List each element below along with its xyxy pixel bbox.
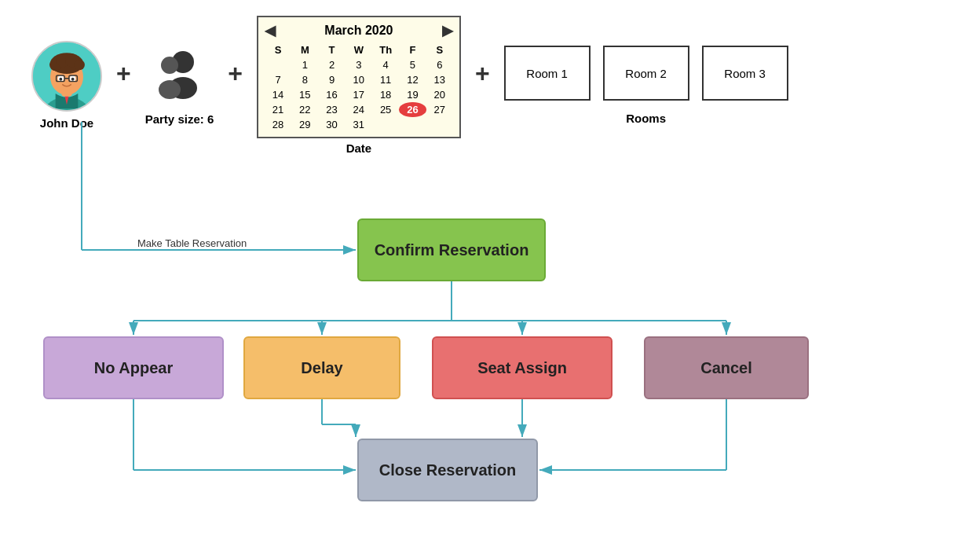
party-block: Party size: 6 xyxy=(145,45,214,126)
room-box[interactable]: Room 3 xyxy=(702,46,788,101)
plus-icon-1: + xyxy=(116,59,131,88)
cal-grid: SMTWThFS 1234567891011121314151617181920… xyxy=(265,42,453,132)
rooms-row: Room 1Room 2Room 3 xyxy=(504,46,788,101)
svg-point-8 xyxy=(75,60,85,70)
rooms-block: Room 1Room 2Room 3 Rooms xyxy=(504,46,788,125)
calendar-block: ◀ March 2020 ▶ SMTWThFS 1234567891011121… xyxy=(257,16,461,155)
plus-icon-3: + xyxy=(475,59,490,88)
cal-header: ◀ March 2020 ▶ xyxy=(265,22,453,39)
svg-point-11 xyxy=(59,78,62,81)
cal-label: Date xyxy=(346,141,372,155)
cal-prev-arrow[interactable]: ◀ xyxy=(265,22,276,39)
delay-label: Delay xyxy=(301,359,342,377)
confirm-reservation-label: Confirm Reservation xyxy=(375,241,529,259)
top-row: John Doe + Party size: 6 + xyxy=(31,16,788,155)
room-box[interactable]: Room 1 xyxy=(504,46,591,101)
rooms-label: Rooms xyxy=(626,112,666,125)
cancel-box[interactable]: Cancel xyxy=(644,336,809,399)
cal-month-year: March 2020 xyxy=(324,24,393,38)
make-table-reservation-label: Make Table Reservation xyxy=(137,237,247,249)
svg-point-18 xyxy=(161,57,178,74)
plus-icon-2: + xyxy=(228,59,243,88)
party-label: Party size: 6 xyxy=(145,112,214,126)
room-box[interactable]: Room 2 xyxy=(603,46,689,101)
close-reservation-box[interactable]: Close Reservation xyxy=(357,439,538,501)
svg-point-19 xyxy=(159,80,181,99)
calendar-widget: ◀ March 2020 ▶ SMTWThFS 1234567891011121… xyxy=(257,16,461,138)
cal-next-arrow[interactable]: ▶ xyxy=(442,22,453,39)
seat-assign-box[interactable]: Seat Assign xyxy=(432,336,612,399)
confirm-reservation-box[interactable]: Confirm Reservation xyxy=(357,218,546,281)
seat-assign-label: Seat Assign xyxy=(477,359,567,377)
avatar xyxy=(31,41,102,112)
no-appear-box[interactable]: No Appear xyxy=(43,336,224,399)
cancel-label: Cancel xyxy=(700,359,752,377)
close-reservation-label: Close Reservation xyxy=(379,461,517,479)
delay-box[interactable]: Delay xyxy=(243,336,400,399)
person-block: John Doe xyxy=(31,41,102,130)
no-appear-label: No Appear xyxy=(94,359,173,377)
diagram: John Doe + Party size: 6 + xyxy=(0,0,980,536)
person-name: John Doe xyxy=(40,116,93,130)
party-icon xyxy=(148,45,210,108)
svg-point-12 xyxy=(71,78,75,81)
